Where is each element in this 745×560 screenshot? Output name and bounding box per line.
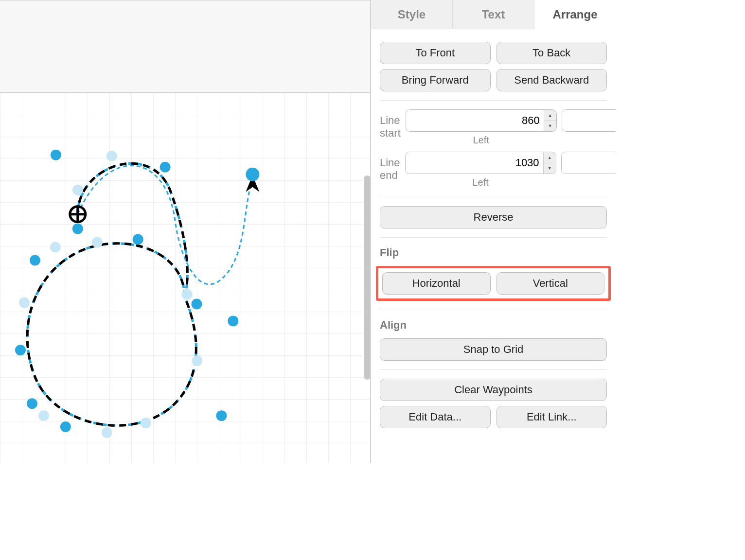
- svg-point-11: [15, 345, 26, 355]
- align-title: Align: [380, 319, 607, 332]
- waypoint-handles[interactable]: [15, 150, 259, 432]
- line-end-top-input[interactable]: [562, 152, 616, 174]
- svg-point-10: [228, 315, 238, 326]
- tab-text[interactable]: Text: [453, 0, 534, 29]
- line-start-left-sublabel: Left: [473, 135, 489, 146]
- svg-point-4: [160, 162, 171, 173]
- section-reverse: Reverse: [380, 197, 607, 238]
- connector-path-2[interactable]: [27, 244, 196, 426]
- to-front-button[interactable]: To Front: [380, 42, 491, 64]
- snap-to-grid-button[interactable]: Snap to Grid: [380, 338, 607, 361]
- tab-arrange[interactable]: Arrange: [534, 0, 616, 29]
- svg-point-24: [192, 355, 202, 366]
- svg-point-22: [102, 427, 112, 438]
- canvas-area[interactable]: [0, 0, 371, 463]
- to-back-button[interactable]: To Back: [497, 42, 607, 64]
- line-start-left-input[interactable]: [406, 110, 544, 131]
- svg-point-7: [133, 234, 143, 245]
- section-waypoints: Clear Waypoints Edit Data... Edit Link..…: [380, 370, 607, 437]
- line-end-left-step-up[interactable]: ▲: [544, 152, 556, 163]
- format-panel: Style Text Arrange To Front To Back Brin…: [371, 0, 616, 463]
- line-start-top-input[interactable]: [562, 110, 616, 131]
- line-end-label: Line end: [380, 152, 400, 182]
- svg-point-20: [19, 297, 30, 308]
- svg-point-19: [182, 289, 193, 299]
- send-backward-button[interactable]: Send Backward: [497, 69, 607, 91]
- edit-link-button[interactable]: Edit Link...: [497, 406, 607, 428]
- svg-point-8: [30, 255, 40, 266]
- section-order: To Front To Back Bring Forward Send Back…: [380, 37, 607, 101]
- edit-preview-path: [78, 166, 253, 284]
- svg-point-6: [72, 224, 83, 234]
- section-align: Align Snap to Grid: [380, 310, 607, 370]
- flip-highlight: Horizontal Vertical: [376, 266, 611, 301]
- line-start-left-step-down[interactable]: ▼: [544, 121, 556, 132]
- line-end-left-step-down[interactable]: ▼: [544, 163, 556, 174]
- midpoint-handles[interactable]: [19, 151, 203, 438]
- connector-path-1[interactable]: [78, 163, 188, 297]
- svg-point-23: [141, 418, 151, 428]
- flip-vertical-button[interactable]: Vertical: [497, 272, 605, 295]
- flip-title: Flip: [380, 246, 607, 259]
- bring-forward-button[interactable]: Bring Forward: [380, 69, 491, 91]
- line-start-label: Line start: [380, 109, 401, 140]
- section-line-coords: Line start ▲ ▼ Left: [380, 101, 607, 197]
- svg-point-21: [38, 410, 49, 421]
- reverse-button[interactable]: Reverse: [380, 206, 607, 228]
- top-toolbar-area: [0, 0, 370, 93]
- section-flip: Flip Horizontal Vertical: [380, 238, 607, 310]
- svg-point-9: [191, 298, 202, 309]
- diagram-content[interactable]: [0, 93, 370, 463]
- svg-point-13: [216, 410, 227, 421]
- svg-point-17: [92, 237, 103, 248]
- line-start-marker[interactable]: [69, 206, 87, 223]
- svg-point-5: [246, 168, 259, 181]
- svg-point-16: [72, 185, 83, 195]
- svg-point-15: [106, 151, 117, 161]
- svg-point-14: [60, 421, 71, 432]
- svg-point-12: [27, 398, 37, 409]
- edit-data-button[interactable]: Edit Data...: [380, 406, 491, 428]
- flip-horizontal-button[interactable]: Horizontal: [382, 272, 491, 295]
- svg-point-3: [51, 150, 61, 160]
- panel-tabs: Style Text Arrange: [371, 0, 616, 29]
- line-end-left-input[interactable]: [406, 152, 543, 174]
- line-end-left-sublabel: Left: [472, 177, 488, 188]
- line-start-left-step-up[interactable]: ▲: [544, 110, 556, 121]
- svg-point-18: [50, 242, 61, 253]
- selection-highlight-path-1: [78, 163, 188, 297]
- clear-waypoints-button[interactable]: Clear Waypoints: [380, 379, 607, 401]
- tab-style[interactable]: Style: [371, 0, 453, 29]
